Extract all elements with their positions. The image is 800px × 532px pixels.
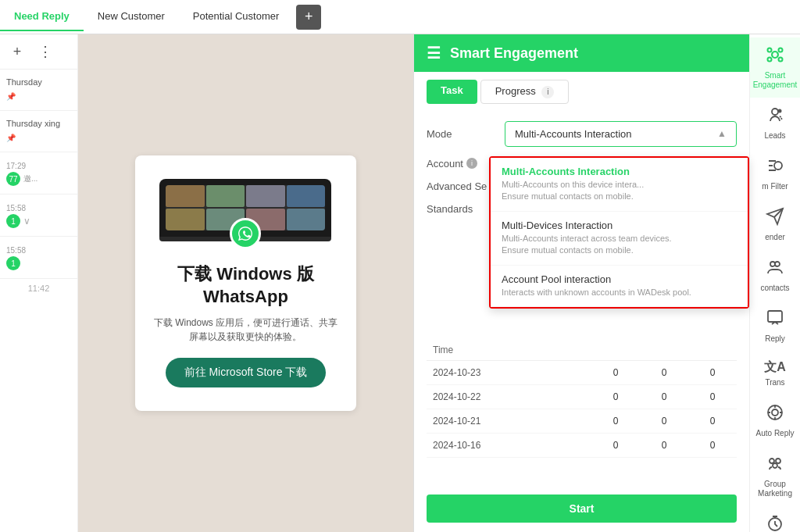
mode-dropdown: Multi-Accounts Interaction Multi-Account… xyxy=(489,156,749,309)
sidebar-item-contacts[interactable]: contacts xyxy=(750,250,800,301)
mode-label: Mode xyxy=(427,128,497,140)
dropdown-item-desc2: Ensure mutual contacts on mobile. xyxy=(502,245,737,256)
sidebar-item-smart-engagement[interactable]: SmartEngagement xyxy=(750,37,800,98)
top-tabs-bar: Need Reply New Customer Potential Custom… xyxy=(0,0,800,34)
svg-point-3 xyxy=(768,58,772,62)
tab-task[interactable]: Task xyxy=(427,80,477,104)
smart-engagement-panel: ☰ Smart Engagement Task Progress i Mode … xyxy=(413,34,749,532)
dropdown-item-desc2: Ensure mutual contacts on mobile. xyxy=(502,191,737,202)
list-item[interactable]: 15:58 1 xyxy=(0,237,77,279)
add-chat-button[interactable]: + xyxy=(6,41,28,62)
sidebar-item-label: m Filter xyxy=(762,182,788,191)
dropdown-item-desc: Multi-Accounts interact across team devi… xyxy=(502,233,737,245)
svg-line-6 xyxy=(777,53,779,54)
sidebar-item-timer[interactable] xyxy=(750,506,800,532)
tab-need-reply[interactable]: Need Reply xyxy=(0,2,84,31)
chat-time: 15:58 xyxy=(6,246,26,255)
chat-badge: 1 xyxy=(6,256,20,270)
smart-engagement-header: ☰ Smart Engagement xyxy=(414,34,749,72)
stats-c1: 0 xyxy=(591,360,640,384)
sidebar-item-label: contacts xyxy=(760,284,789,293)
chevron-up-icon: ▲ xyxy=(717,128,727,139)
time-header: Time xyxy=(427,340,591,361)
chat-item-label: Thursday xyxy=(6,77,71,87)
promo-card: 下载 Windows 版WhatsApp 下载 Windows 应用后，便可进行… xyxy=(135,155,356,411)
stats-row: 2024-10-21 0 0 0 xyxy=(427,409,737,433)
laptop-illustration xyxy=(159,179,331,241)
video-cell xyxy=(166,209,205,230)
sidebar-top-actions: + ⋮ xyxy=(0,34,77,70)
timer-icon xyxy=(766,514,784,532)
svg-line-5 xyxy=(772,53,773,54)
promo-download-button[interactable]: 前往 Microsoft Store 下载 xyxy=(166,358,327,387)
list-item[interactable]: 15:58 1 ∨ xyxy=(0,195,77,237)
svg-point-4 xyxy=(779,58,783,62)
chat-sidebar: + ⋮ Thursday 📌 Thursday xing 📌 17:29 77 … xyxy=(0,34,78,532)
sidebar-item-group-marketing[interactable]: GroupMarketing xyxy=(750,446,800,506)
tab-potential-customer[interactable]: Potential Customer xyxy=(179,2,294,31)
video-cell xyxy=(287,209,326,230)
sidebar-item-trans[interactable]: 文A Trans xyxy=(750,352,800,395)
time-label: 11:42 xyxy=(0,279,77,298)
mode-value: Multi-Accounts Interaction xyxy=(515,128,632,140)
smart-tabs-bar: Task Progress i xyxy=(414,72,749,112)
sender-icon xyxy=(766,207,784,230)
sidebar-item-sender[interactable]: ender xyxy=(750,199,800,250)
dropdown-item-multi-devices[interactable]: Multi-Devices Interaction Multi-Accounts… xyxy=(491,212,748,266)
svg-point-16 xyxy=(772,409,778,416)
tab-progress[interactable]: Progress i xyxy=(480,80,570,104)
chat-badge: 1 xyxy=(6,214,20,228)
more-menu-button[interactable]: ⋮ xyxy=(34,41,56,62)
chat-item-meta: 15:58 xyxy=(6,204,71,212)
smart-panel-body: Mode Multi-Accounts Interaction ▲ Accoun… xyxy=(414,112,749,495)
list-item[interactable]: Thursday 📌 xyxy=(0,70,77,111)
dropdown-item-desc: Multi-Accounts on this device intera... xyxy=(502,179,737,191)
svg-point-11 xyxy=(774,162,782,170)
chat-item-label: Thursday xing xyxy=(6,119,71,128)
add-tab-button[interactable]: + xyxy=(296,5,321,30)
stats-date: 2024-10-21 xyxy=(427,409,591,433)
smart-engagement-title: Smart Engagement xyxy=(450,45,578,62)
stats-c1: 0 xyxy=(591,384,640,409)
chat-time: 17:29 xyxy=(6,162,26,170)
stats-c3: 0 xyxy=(688,409,737,433)
sidebar-item-reply[interactable]: Reply xyxy=(750,301,800,352)
main-area: + ⋮ Thursday 📌 Thursday xing 📌 17:29 77 … xyxy=(0,34,800,532)
stats-c1: 0 xyxy=(591,409,640,433)
promo-title: 下载 Windows 版WhatsApp xyxy=(154,263,338,308)
col4-header xyxy=(688,340,737,361)
stats-section: Time 2024-10-23 0 0 0 2024-10-22 0 0 0 2… xyxy=(427,340,737,458)
chat-item-meta: 15:58 xyxy=(6,246,71,255)
trans-icon: 文A xyxy=(764,359,786,376)
progress-info-icon: i xyxy=(541,86,554,98)
stats-c3: 0 xyxy=(688,433,737,457)
sidebar-item-label: Leads xyxy=(764,131,785,141)
dropdown-item-account-pool[interactable]: Account Pool interaction Interacts with … xyxy=(491,266,748,307)
mode-select[interactable]: Multi-Accounts Interaction ▲ xyxy=(505,121,737,147)
chevron-down-icon[interactable]: ∨ xyxy=(23,216,30,227)
list-item[interactable]: Thursday xing 📌 xyxy=(0,111,77,152)
start-button[interactable]: Start xyxy=(427,495,737,523)
chat-list: Thursday 📌 Thursday xing 📌 17:29 77 邀...… xyxy=(0,70,77,532)
account-info-icon: i xyxy=(466,158,477,169)
chat-sub: 邀... xyxy=(23,173,38,184)
list-item[interactable]: 17:29 77 邀... xyxy=(0,152,77,195)
sidebar-item-auto-reply[interactable]: Auto Reply xyxy=(750,395,800,446)
sidebar-item-filter[interactable]: m Filter xyxy=(750,148,800,199)
group-marketing-icon xyxy=(766,454,784,477)
reply-icon xyxy=(766,309,784,332)
stats-c2: 0 xyxy=(640,384,688,409)
account-label: Account i xyxy=(427,158,497,170)
menu-icon[interactable]: ☰ xyxy=(427,44,441,62)
svg-point-13 xyxy=(775,262,780,266)
dropdown-item-title: Account Pool interaction xyxy=(502,273,737,285)
sidebar-item-label: Reply xyxy=(765,334,785,344)
sidebar-item-label: SmartEngagement xyxy=(753,71,798,90)
dropdown-item-multi-accounts[interactable]: Multi-Accounts Interaction Multi-Account… xyxy=(491,158,748,212)
sidebar-item-leads[interactable]: Leads xyxy=(750,98,800,148)
mode-row: Mode Multi-Accounts Interaction ▲ xyxy=(427,121,737,147)
tab-new-customer[interactable]: New Customer xyxy=(84,2,179,31)
svg-point-10 xyxy=(778,109,782,113)
svg-rect-14 xyxy=(768,311,782,322)
pin-icon: 📌 xyxy=(6,92,16,101)
